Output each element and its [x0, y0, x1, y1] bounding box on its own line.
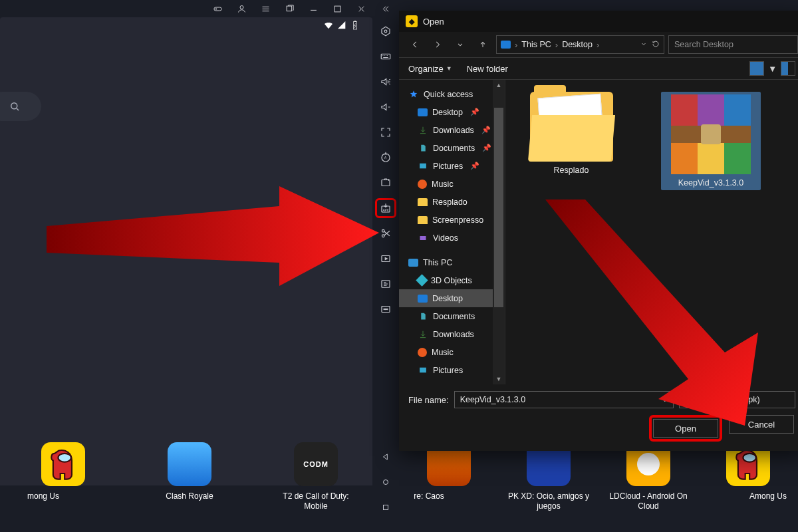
scroll-up-icon[interactable]: ▲ [494, 80, 503, 90]
volume-down-icon[interactable] [375, 97, 396, 117]
fullscreen-icon[interactable] [375, 122, 396, 142]
user-icon[interactable] [231, 0, 251, 17]
breadcrumb-item[interactable]: This PC [521, 40, 551, 49]
organize-menu[interactable]: Organize▼ [408, 64, 452, 74]
minimize-icon[interactable] [303, 0, 323, 17]
search-pill[interactable] [0, 92, 41, 121]
open-button[interactable]: Open [653, 419, 718, 438]
nav-item-music[interactable]: Music [399, 343, 505, 361]
search-input[interactable]: Search Desktop [668, 35, 798, 54]
address-dropdown-icon[interactable] [640, 40, 648, 50]
nav-item-pictures[interactable]: Pictures [399, 361, 505, 379]
view-mode-icon[interactable] [749, 61, 764, 76]
nav-item-screenpresso[interactable]: Screenpresso [399, 211, 505, 229]
nav-item-resplado[interactable]: Resplado [399, 193, 505, 211]
app-cod-mobile[interactable]: CODM T2 de Call of Duty: Mobile [253, 442, 379, 511]
keyboard-icon[interactable] [375, 47, 396, 66]
svg-rect-5 [354, 21, 356, 21]
nav-item-pictures[interactable]: Pictures📌 [399, 157, 505, 175]
app-label: Clash Royale [166, 491, 213, 501]
navigation-pane[interactable]: Quick access Desktop📌Downloads📌Documents… [399, 80, 505, 384]
gamepad-icon[interactable] [207, 0, 227, 17]
nav-item-desktop[interactable]: Desktop [399, 289, 505, 307]
nav-scrollbar[interactable]: ▲ ▼ [493, 80, 505, 384]
multi-window-icon[interactable] [279, 0, 299, 17]
file-item-archive[interactable]: KeepVid_v3.1.3.0 [661, 92, 761, 190]
nav-back-icon[interactable] [406, 35, 424, 54]
breadcrumb-item[interactable]: Desktop [562, 40, 593, 49]
close-icon[interactable] [351, 0, 371, 17]
app-label: PK XD: Ocio, amigos y juegos [505, 491, 592, 511]
rotate-icon[interactable]: A [375, 148, 396, 168]
svg-rect-28 [420, 236, 426, 240]
app-clash-royale[interactable]: Clash Royale [126, 442, 253, 501]
nav-this-pc[interactable]: This PC [399, 253, 505, 271]
battery-icon [350, 20, 360, 33]
pin-icon: 📌 [481, 126, 491, 134]
nav-up-icon[interactable] [473, 35, 492, 54]
dialog-command-bar: Organize▼ New folder ▼ [399, 57, 798, 80]
svg-point-26 [743, 454, 755, 462]
file-name-combo[interactable]: KeepVid_v3.1.3.0⌄ [454, 391, 674, 408]
new-folder-button[interactable]: New folder [467, 64, 508, 74]
volume-up-icon[interactable] [375, 72, 396, 92]
dialog-titlebar[interactable]: ◆ Open [399, 11, 798, 32]
pin-icon: 📌 [470, 162, 479, 170]
emulator-titlebar [0, 0, 399, 17]
app-among-us-2[interactable]: Among Us [698, 442, 798, 501]
scissors-icon[interactable] [375, 223, 396, 243]
app-pkxd[interactable]: PK XD: Ocio, amigos y juegos [499, 442, 598, 511]
view-mode-dropdown-icon[interactable]: ▼ [768, 64, 777, 74]
nav-recent-icon[interactable] [451, 35, 469, 54]
nav-item-downloads[interactable]: Downloads [399, 325, 505, 343]
nav-item-downloads[interactable]: Downloads📌 [399, 121, 505, 139]
file-open-dialog: ◆ Open › This PC › Desktop › Search Desk… [399, 11, 798, 451]
nav-forward-icon[interactable] [428, 35, 447, 54]
svg-point-1 [240, 5, 243, 9]
nav-quick-access[interactable]: Quick access [399, 85, 505, 103]
file-type-filter[interactable]: Archivos APK(*.apk) [679, 391, 795, 408]
dialog-footer: File name: KeepVid_v3.1.3.0⌄ Archivos AP… [399, 384, 798, 451]
android-home-screen[interactable] [0, 17, 372, 485]
scroll-thumb[interactable] [494, 108, 503, 307]
app-among-us[interactable]: mong Us [0, 442, 126, 501]
more-icon[interactable] [375, 299, 396, 319]
star-icon [408, 89, 419, 100]
nav-item-documents[interactable]: Documents📌 [399, 139, 505, 157]
file-list-pane[interactable]: Resplado KeepVid_v3.1.3.0 [505, 80, 798, 384]
nav-item-desktop[interactable]: Desktop📌 [399, 103, 505, 121]
nav-item-music[interactable]: Music [399, 175, 505, 193]
app-freefire[interactable]: re: Caos [399, 442, 499, 501]
dialog-title: Open [423, 17, 444, 27]
winrar-archive-icon [671, 94, 751, 174]
hamburger-icon[interactable] [255, 0, 275, 17]
screenshot-icon[interactable] [375, 173, 396, 193]
pc-icon [408, 259, 418, 267]
install-apk-button[interactable]: APK [375, 198, 396, 218]
settings-hex-icon[interactable] [375, 21, 396, 41]
nav-item-3d objects[interactable]: 3D Objects [399, 271, 505, 289]
svg-marker-7 [382, 27, 390, 36]
nav-item-videos[interactable]: Videos [399, 229, 505, 247]
file-item-folder[interactable]: Resplado [521, 92, 621, 175]
refresh-icon[interactable] [652, 40, 660, 50]
maximize-icon[interactable] [327, 0, 347, 17]
signal-icon [336, 20, 347, 33]
pin-icon: 📌 [470, 108, 479, 116]
open-button-highlight: Open [649, 415, 722, 442]
operation-record-icon[interactable] [375, 274, 396, 294]
collapse-sidebar-icon[interactable] [375, 0, 395, 17]
folder-icon [530, 92, 613, 162]
svg-rect-27 [420, 164, 426, 169]
address-bar[interactable]: › This PC › Desktop › [496, 35, 664, 54]
svg-point-20 [384, 309, 385, 310]
desktop-icon [501, 41, 511, 49]
svg-point-6 [11, 103, 17, 109]
nav-item-documents[interactable]: Documents [399, 307, 505, 325]
scroll-down-icon[interactable]: ▼ [494, 374, 503, 384]
preview-pane-icon[interactable] [781, 61, 795, 76]
app-label: LDCloud - Android On Cloud [605, 491, 692, 511]
app-ldcloud[interactable]: LDCloud - Android On Cloud [598, 442, 698, 511]
cancel-button[interactable]: Cancel [729, 415, 794, 434]
video-play-icon[interactable] [375, 249, 396, 269]
